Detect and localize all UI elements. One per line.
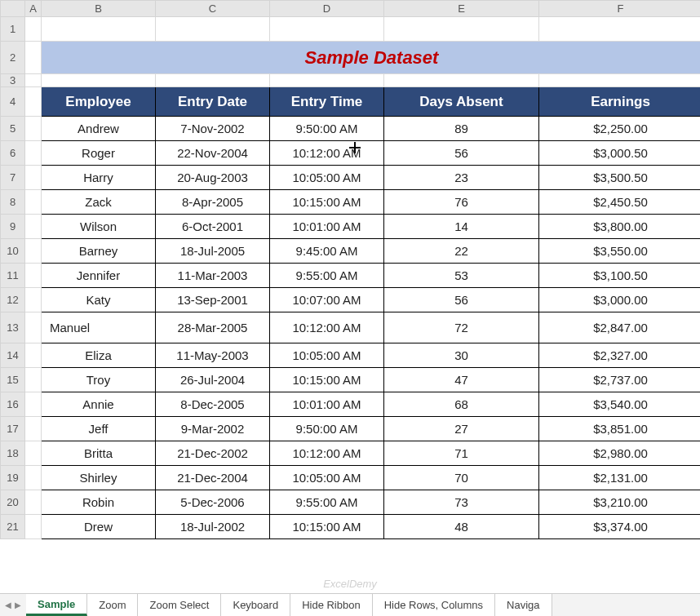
row-header-8[interactable]: 8: [1, 190, 25, 215]
table-header[interactable]: Days Absent: [384, 87, 539, 117]
table-cell[interactable]: 6-Oct-2001: [156, 215, 270, 239]
table-cell[interactable]: 10:12:00 AM: [270, 441, 384, 466]
table-cell[interactable]: $3,210.00: [539, 490, 701, 515]
cell[interactable]: [270, 74, 384, 87]
cell[interactable]: [539, 17, 701, 42]
table-cell[interactable]: Wilson: [42, 215, 156, 239]
cell[interactable]: [384, 74, 539, 87]
table-cell[interactable]: Barney: [42, 239, 156, 264]
table-cell[interactable]: $3,500.50: [539, 166, 701, 190]
tab-nav-controls[interactable]: ◀ ▶: [0, 594, 26, 616]
column-header-F[interactable]: F: [539, 1, 701, 17]
row-header-10[interactable]: 10: [1, 239, 25, 264]
cell[interactable]: [384, 17, 539, 42]
tab-nav-prev-icon[interactable]: ◀: [5, 600, 11, 609]
row-header-3[interactable]: 3: [1, 74, 25, 87]
row-header-14[interactable]: 14: [1, 343, 25, 368]
table-cell[interactable]: 20-Aug-2003: [156, 166, 270, 190]
table-cell[interactable]: 71: [384, 441, 539, 466]
table-cell[interactable]: 9:55:00 AM: [270, 490, 384, 515]
row-header-11[interactable]: 11: [1, 264, 25, 288]
table-cell[interactable]: 22: [384, 239, 539, 264]
cell[interactable]: [25, 312, 42, 343]
table-cell[interactable]: 9-Mar-2002: [156, 417, 270, 441]
cell[interactable]: [25, 17, 42, 42]
cell[interactable]: [25, 117, 42, 141]
table-cell[interactable]: 70: [384, 466, 539, 490]
table-cell[interactable]: $3,100.50: [539, 264, 701, 288]
sheet-tab[interactable]: Keyboard: [221, 594, 290, 616]
column-header-A[interactable]: A: [25, 1, 42, 17]
table-cell[interactable]: 73: [384, 490, 539, 515]
table-cell[interactable]: 5-Dec-2006: [156, 490, 270, 515]
table-header[interactable]: Earnings: [539, 87, 701, 117]
sheet-tab[interactable]: Zoom: [87, 594, 138, 616]
table-cell[interactable]: Zack: [42, 190, 156, 215]
table-cell[interactable]: 10:12:00 AM: [270, 312, 384, 343]
table-cell[interactable]: 21-Dec-2002: [156, 441, 270, 466]
worksheet-grid[interactable]: ABCDEF12Sample Dataset34EmployeeEntry Da…: [0, 0, 700, 593]
table-cell[interactable]: Manuel: [42, 312, 156, 343]
column-header-B[interactable]: B: [42, 1, 156, 17]
row-header-1[interactable]: 1: [1, 17, 25, 42]
table-cell[interactable]: $2,250.00: [539, 117, 701, 141]
table-cell[interactable]: 10:05:00 AM: [270, 166, 384, 190]
table-cell[interactable]: $3,374.00: [539, 515, 701, 539]
table-cell[interactable]: 47: [384, 368, 539, 392]
table-cell[interactable]: 56: [384, 288, 539, 312]
table-cell[interactable]: 10:15:00 AM: [270, 368, 384, 392]
table-cell[interactable]: 26-Jul-2004: [156, 368, 270, 392]
tab-nav-next-icon[interactable]: ▶: [15, 600, 21, 609]
table-cell[interactable]: 56: [384, 141, 539, 166]
table-cell[interactable]: Jeff: [42, 417, 156, 441]
table-cell[interactable]: 10:01:00 AM: [270, 392, 384, 417]
table-cell[interactable]: 23: [384, 166, 539, 190]
table-cell[interactable]: 14: [384, 215, 539, 239]
cell[interactable]: [25, 368, 42, 392]
row-header-21[interactable]: 21: [1, 515, 25, 539]
cell[interactable]: [156, 74, 270, 87]
table-cell[interactable]: $3,000.50: [539, 141, 701, 166]
sheet-tab[interactable]: Hide Ribbon: [290, 594, 373, 616]
row-header-4[interactable]: 4: [1, 87, 25, 117]
table-cell[interactable]: 9:45:00 AM: [270, 239, 384, 264]
table-cell[interactable]: $3,540.00: [539, 392, 701, 417]
table-cell[interactable]: 13-Sep-2001: [156, 288, 270, 312]
cell[interactable]: [25, 42, 42, 74]
table-cell[interactable]: 21-Dec-2004: [156, 466, 270, 490]
cell[interactable]: [25, 141, 42, 166]
table-cell[interactable]: 76: [384, 190, 539, 215]
row-header-20[interactable]: 20: [1, 490, 25, 515]
table-cell[interactable]: 10:15:00 AM: [270, 515, 384, 539]
sheet-tab[interactable]: Sample: [26, 594, 87, 616]
table-cell[interactable]: Roger: [42, 141, 156, 166]
table-cell[interactable]: 89: [384, 117, 539, 141]
table-cell[interactable]: 10:12:00 AM: [270, 141, 384, 166]
column-header-C[interactable]: C: [156, 1, 270, 17]
table-cell[interactable]: Troy: [42, 368, 156, 392]
row-header-17[interactable]: 17: [1, 417, 25, 441]
table-cell[interactable]: 53: [384, 264, 539, 288]
cell[interactable]: [25, 166, 42, 190]
table-cell[interactable]: Harry: [42, 166, 156, 190]
row-header-5[interactable]: 5: [1, 117, 25, 141]
table-cell[interactable]: 27: [384, 417, 539, 441]
sheet-title[interactable]: Sample Dataset: [42, 42, 701, 74]
row-header-15[interactable]: 15: [1, 368, 25, 392]
table-cell[interactable]: 9:50:00 AM: [270, 417, 384, 441]
table-header[interactable]: Entry Date: [156, 87, 270, 117]
table-cell[interactable]: $3,800.00: [539, 215, 701, 239]
cell[interactable]: [25, 239, 42, 264]
table-cell[interactable]: 68: [384, 392, 539, 417]
table-cell[interactable]: 10:05:00 AM: [270, 343, 384, 368]
column-header-E[interactable]: E: [384, 1, 539, 17]
table-cell[interactable]: Britta: [42, 441, 156, 466]
table-cell[interactable]: 7-Nov-2002: [156, 117, 270, 141]
table-cell[interactable]: Annie: [42, 392, 156, 417]
table-cell[interactable]: $2,980.00: [539, 441, 701, 466]
cell[interactable]: [25, 515, 42, 539]
table-header[interactable]: Employee: [42, 87, 156, 117]
table-cell[interactable]: Robin: [42, 490, 156, 515]
cell[interactable]: [270, 17, 384, 42]
sheet-tab[interactable]: Zoom Select: [138, 594, 221, 616]
